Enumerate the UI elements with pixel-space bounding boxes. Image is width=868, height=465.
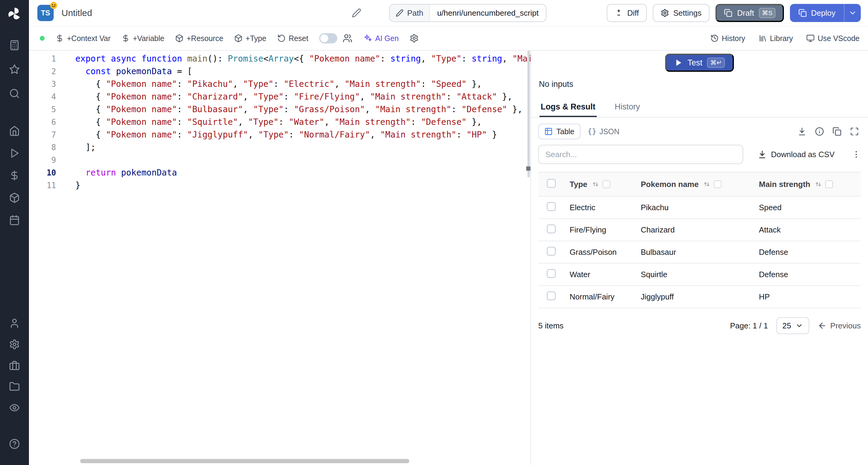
previous-page-button[interactable]: Previous: [818, 321, 861, 330]
column-header[interactable]: Pokemon name: [636, 172, 754, 196]
path-edit-button[interactable]: Path: [390, 4, 430, 21]
add-context-var-button[interactable]: +Context Var: [56, 34, 111, 43]
use-vscode-button[interactable]: Use VScode: [806, 34, 860, 43]
folders-icon[interactable]: [9, 381, 20, 392]
rotate-ccw-icon: [277, 34, 286, 42]
search-input[interactable]: [538, 145, 743, 164]
table-search-row: Download as CSV: [538, 145, 861, 164]
code-line[interactable]: const pokemonData = [: [75, 65, 530, 78]
library-button[interactable]: Library: [758, 34, 793, 43]
history-button[interactable]: History: [710, 34, 745, 43]
row-checkbox[interactable]: [547, 202, 556, 211]
sort-icon[interactable]: [703, 180, 711, 188]
settings-button[interactable]: Settings: [653, 4, 710, 22]
sort-icon[interactable]: [592, 180, 599, 188]
column-header[interactable]: Main strength: [754, 172, 861, 196]
code-token: "Pokemon name": [309, 54, 380, 64]
line-number: 1: [29, 53, 56, 65]
reset-button[interactable]: Reset: [277, 34, 308, 43]
code-token: "Type": [248, 117, 278, 127]
table-footer: 5 items Page: 1 / 1 25 Previous: [538, 317, 861, 334]
code-line[interactable]: export async function main(): Promise<Ar…: [75, 53, 530, 65]
search-icon[interactable]: [9, 88, 20, 99]
table-view-label: Table: [556, 127, 575, 136]
play-icon: [674, 58, 683, 67]
select-all-checkbox[interactable]: [547, 179, 556, 188]
variables-dollar-icon[interactable]: [9, 170, 20, 181]
download-result-icon[interactable]: [798, 127, 807, 136]
editor-horizontal-scrollbar[interactable]: [80, 459, 409, 463]
help-icon[interactable]: [9, 438, 20, 449]
table-cell: Charizard: [636, 219, 754, 241]
info-icon[interactable]: [815, 127, 824, 136]
tab-history[interactable]: History: [614, 98, 641, 117]
code-token: "Electric": [284, 79, 335, 89]
add-type-button[interactable]: +Type: [234, 34, 267, 43]
draft-button[interactable]: Draft ⌘S: [715, 4, 784, 22]
column-header[interactable]: Type: [565, 172, 636, 196]
row-checkbox[interactable]: [547, 291, 556, 300]
table-menu-kebab-icon[interactable]: [852, 150, 861, 159]
code-token: [111, 66, 116, 76]
tab-logs-result[interactable]: Logs & Result: [539, 98, 597, 117]
line-number: 7: [29, 128, 56, 141]
add-resource-button[interactable]: +Resource: [175, 34, 223, 43]
expand-icon[interactable]: [850, 127, 859, 136]
settings-gear-icon[interactable]: [9, 339, 20, 350]
column-checkbox[interactable]: [602, 180, 610, 188]
table-view-button[interactable]: Table: [538, 124, 581, 139]
library-icon: [758, 34, 767, 42]
code-line[interactable]: ];: [75, 141, 530, 154]
diff-button[interactable]: Diff: [607, 4, 647, 22]
code-token: :: [284, 104, 294, 114]
code-line[interactable]: { "Pokemon name": "Squirtle", "Type": "W…: [75, 116, 530, 128]
json-view-label: JSON: [599, 127, 620, 136]
home-icon[interactable]: [9, 125, 20, 136]
edit-summary-pencil-icon[interactable]: [352, 8, 361, 18]
code-token: "Fire/Flying": [294, 92, 360, 101]
column-checkbox[interactable]: [825, 180, 833, 188]
code-line[interactable]: return pokemonData: [75, 167, 530, 179]
audit-eye-icon[interactable]: [9, 402, 20, 413]
copy-icon[interactable]: [832, 127, 841, 136]
code-line[interactable]: { "Pokemon name": "Charizard", "Type": "…: [75, 90, 530, 103]
code-token: "Pokemon name": [106, 130, 177, 140]
runs-play-icon[interactable]: [9, 148, 20, 158]
code-line[interactable]: { "Pokemon name": "Pikachu", "Type": "El…: [75, 78, 530, 90]
row-checkbox[interactable]: [547, 224, 556, 233]
code-line[interactable]: { "Pokemon name": "Bulbasaur", "Type": "…: [75, 103, 530, 116]
editor-code[interactable]: export async function main(): Promise<Ar…: [66, 51, 530, 465]
favorites-star-icon[interactable]: [9, 64, 20, 75]
deploy-button[interactable]: Deploy: [790, 4, 844, 22]
windmill-logo[interactable]: [7, 6, 22, 22]
apps-icon[interactable]: [9, 40, 20, 51]
ai-gen-button[interactable]: AI Gen: [363, 34, 399, 43]
editor-vertical-scrollbar[interactable]: [527, 51, 530, 177]
path-value[interactable]: u/henri/unencumbered_script: [430, 4, 546, 21]
code-token: "Defense": [461, 104, 507, 114]
table-cell: Squirtle: [636, 263, 754, 286]
resources-box-icon[interactable]: [9, 193, 20, 203]
sort-icon[interactable]: [814, 180, 822, 188]
workers-briefcase-icon[interactable]: [9, 360, 20, 371]
add-variable-button[interactable]: +Variable: [121, 34, 164, 43]
json-view-button[interactable]: {} JSON: [588, 127, 620, 136]
deploy-dropdown-button[interactable]: [844, 4, 861, 22]
column-checkbox[interactable]: [714, 180, 721, 188]
row-checkbox[interactable]: [547, 247, 556, 256]
test-shortcut: ⌘↵: [707, 58, 725, 68]
download-csv-button[interactable]: Download as CSV: [758, 150, 835, 159]
code-line[interactable]: }: [75, 179, 530, 192]
code-token: ,: [243, 92, 253, 101]
test-button[interactable]: Test ⌘↵: [665, 54, 734, 72]
user-icon[interactable]: [9, 318, 20, 329]
editor-settings-gear-icon[interactable]: [410, 34, 418, 43]
page-size-select[interactable]: 25: [776, 317, 809, 334]
toggle-switch[interactable]: [319, 33, 337, 43]
code-line[interactable]: [75, 154, 530, 167]
row-checkbox[interactable]: [547, 269, 556, 278]
schedules-calendar-icon[interactable]: [9, 215, 20, 226]
code-editor[interactable]: 1234567891011 export async function main…: [29, 51, 531, 465]
path-label: Path: [407, 8, 424, 18]
code-line[interactable]: { "Pokemon name": "Jigglypuff", "Type": …: [75, 128, 530, 141]
